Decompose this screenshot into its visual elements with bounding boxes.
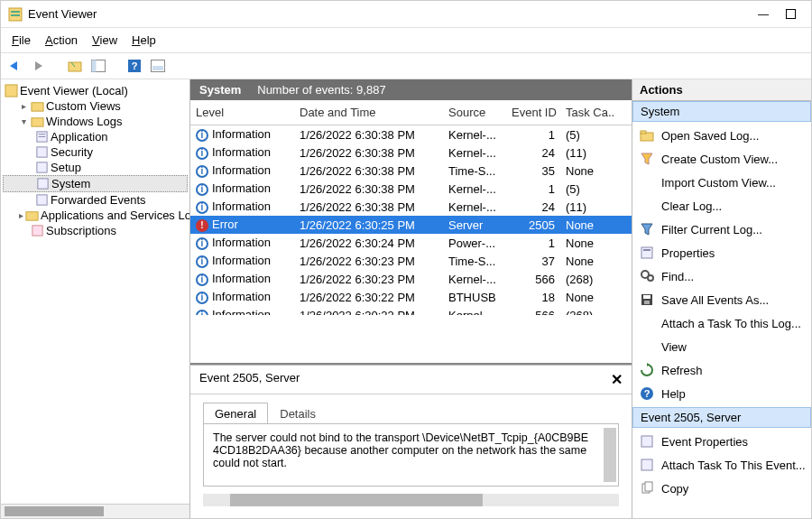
close-icon[interactable]: ✕: [611, 371, 623, 388]
svg-rect-13: [32, 118, 43, 126]
collapse-icon[interactable]: ▾: [19, 116, 29, 126]
action-item[interactable]: Refresh: [632, 358, 811, 382]
tree-forwarded[interactable]: Forwarded Events: [3, 192, 188, 208]
action-item[interactable]: Save All Events As...: [632, 288, 811, 311]
table-row[interactable]: iInformation1/26/2022 6:30:24 PMPower-..…: [190, 234, 632, 252]
table-row[interactable]: iInformation1/26/2022 6:30:38 PMTime-S..…: [190, 162, 632, 180]
grid-columns[interactable]: Level Date and Time Source Event ID Task…: [190, 100, 632, 125]
info-icon: i: [196, 310, 208, 315]
info-icon: i: [196, 147, 208, 160]
menu-view[interactable]: View: [87, 32, 123, 49]
info-icon: i: [196, 129, 208, 142]
expand-icon[interactable]: ▸: [19, 101, 29, 111]
svg-rect-12: [32, 103, 43, 111]
svg-rect-18: [37, 162, 47, 172]
action-icon: [640, 316, 654, 330]
action-item[interactable]: Properties: [632, 241, 811, 264]
action-item[interactable]: ?Help: [632, 382, 811, 405]
col-source[interactable]: Source: [443, 106, 506, 119]
action-item[interactable]: Event Properties: [632, 430, 811, 453]
folder-button[interactable]: [66, 57, 84, 75]
action-item[interactable]: Copy: [632, 477, 811, 500]
action-item[interactable]: View: [632, 335, 811, 358]
table-row[interactable]: !Error1/26/2022 6:30:25 PMServer2505None: [190, 216, 632, 234]
info-icon: i: [196, 255, 208, 268]
tree-system[interactable]: System: [3, 175, 188, 192]
svg-rect-20: [37, 195, 47, 205]
tree-setup[interactable]: Setup: [3, 160, 188, 175]
tab-details[interactable]: Details: [268, 403, 328, 424]
maximize-button[interactable]: [777, 5, 804, 24]
svg-rect-19: [38, 179, 48, 189]
list-header: System Number of events: 9,887: [190, 79, 632, 100]
help-icon[interactable]: ?: [125, 57, 143, 75]
table-row[interactable]: iInformation1/26/2022 6:30:22 PMBTHUSB18…: [190, 288, 632, 306]
action-icon: [640, 434, 654, 449]
svg-rect-24: [641, 131, 646, 134]
minimize-button[interactable]: —: [750, 5, 777, 24]
tab-general[interactable]: General: [203, 403, 268, 424]
table-row[interactable]: iInformation1/26/2022 6:30:38 PMKernel-.…: [190, 198, 632, 216]
svg-rect-10: [152, 66, 163, 70]
table-row[interactable]: iInformation1/26/2022 6:30:38 PMKernel-.…: [190, 125, 632, 144]
table-row[interactable]: iInformation1/26/2022 6:30:23 PMKernel-.…: [190, 270, 632, 288]
col-level[interactable]: Level: [190, 106, 294, 119]
action-item[interactable]: Attach a Task To this Log...: [632, 311, 811, 335]
detail-body: The server could not bind to the transpo…: [203, 423, 619, 487]
svg-text:?: ?: [132, 60, 138, 71]
tree-app-services[interactable]: ▸ Applications and Services Logs: [3, 208, 188, 223]
action-item[interactable]: Import Custom View...: [632, 171, 811, 194]
action-icon: [640, 128, 654, 143]
detail-hscrollbar[interactable]: [203, 494, 619, 506]
table-row[interactable]: iInformation1/26/2022 6:30:23 PMTime-S..…: [190, 252, 632, 270]
tree-root[interactable]: Event Viewer (Local): [3, 83, 188, 98]
svg-rect-21: [26, 212, 38, 220]
table-row[interactable]: iInformation1/26/2022 6:30:38 PMKernel-.…: [190, 180, 632, 198]
detail-title-bar: Event 2505, Server ✕: [190, 366, 632, 394]
action-item[interactable]: Clear Log...: [632, 194, 811, 218]
col-datetime[interactable]: Date and Time: [294, 106, 443, 119]
preview-button[interactable]: [149, 57, 167, 75]
detail-vscrollbar[interactable]: [604, 428, 616, 482]
detail-title: Event 2505, Server: [199, 371, 300, 388]
svg-rect-25: [641, 247, 652, 258]
tree-custom-views[interactable]: ▸ Custom Views: [3, 98, 188, 114]
back-button[interactable]: [6, 57, 24, 75]
col-eventid[interactable]: Event ID: [506, 106, 560, 119]
action-item[interactable]: Find...: [632, 264, 811, 288]
grid-body[interactable]: iInformation1/26/2022 6:30:38 PMKernel-.…: [190, 125, 632, 315]
tree-security[interactable]: Security: [3, 144, 188, 160]
tree-windows-logs[interactable]: ▾ Windows Logs: [3, 114, 188, 129]
tree-application[interactable]: Application: [3, 129, 188, 144]
svg-text:?: ?: [644, 388, 651, 399]
action-icon: [640, 152, 654, 166]
action-icon: [640, 222, 654, 236]
detail-pane: Event 2505, Server ✕ General Details The…: [190, 365, 632, 518]
expand-icon[interactable]: ▸: [19, 210, 23, 220]
menu-file[interactable]: File: [6, 32, 36, 49]
actions-title: Actions: [632, 79, 811, 101]
action-item[interactable]: Filter Current Log...: [632, 218, 811, 241]
svg-rect-6: [92, 60, 97, 72]
svg-rect-30: [643, 295, 651, 299]
action-item[interactable]: Attach Task To This Event...: [632, 453, 811, 477]
menu-bar: File Action View Help: [1, 28, 811, 53]
svg-rect-37: [645, 482, 652, 491]
action-item[interactable]: Open Saved Log...: [632, 124, 811, 147]
forward-button[interactable]: [30, 57, 48, 75]
main-panes: Event Viewer (Local) ▸ Custom Views ▾ Wi…: [1, 79, 811, 518]
tree[interactable]: Event Viewer (Local) ▸ Custom Views ▾ Wi…: [1, 79, 189, 504]
action-icon: [640, 458, 654, 472]
tree-hscrollbar[interactable]: [1, 504, 189, 518]
title-bar: Event Viewer —: [1, 1, 811, 28]
action-icon: [640, 481, 654, 496]
action-item[interactable]: Create Custom View...: [632, 147, 811, 171]
panes-button[interactable]: [89, 57, 107, 75]
tree-subscriptions[interactable]: Subscriptions: [3, 223, 188, 238]
col-taskcat[interactable]: Task Ca...: [560, 106, 614, 119]
table-row[interactable]: iInformation1/26/2022 6:30:22 PMKernel-.…: [190, 306, 632, 315]
action-icon: [640, 292, 654, 307]
menu-action[interactable]: Action: [40, 32, 83, 49]
table-row[interactable]: iInformation1/26/2022 6:30:38 PMKernel-.…: [190, 144, 632, 162]
menu-help[interactable]: Help: [126, 32, 161, 49]
